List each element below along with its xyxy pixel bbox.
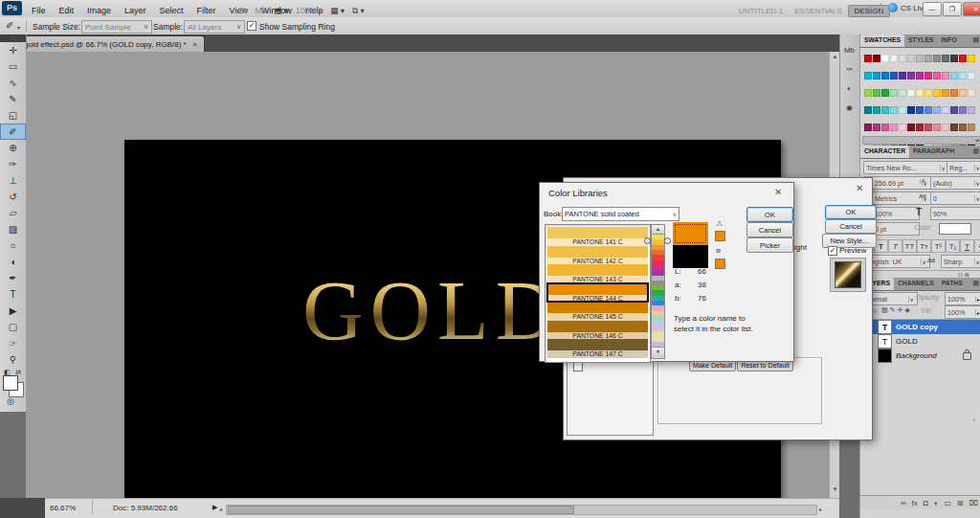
swatch-22[interactable]	[942, 72, 949, 79]
swatch-47[interactable]	[933, 106, 941, 114]
swatch-11[interactable]	[959, 55, 967, 62]
web-cube-icon[interactable]: ⧈	[716, 246, 721, 256]
tab-character[interactable]: CHARACTER	[860, 146, 909, 158]
add-layer-mask-icon[interactable]: ◘	[921, 499, 931, 507]
strikethrough-button[interactable]: T	[974, 239, 980, 253]
swatch-34[interactable]	[933, 89, 941, 97]
antialias-dropdown[interactable]: Sharp∨	[941, 255, 980, 268]
layer-style-close-icon[interactable]: ✕	[856, 183, 863, 193]
dodge-tool[interactable]: ◖	[0, 254, 26, 270]
pantone-item[interactable]: PANTONE 144 C	[547, 283, 648, 303]
cs-live-icon[interactable]	[888, 3, 898, 12]
blur-tool[interactable]: ○	[0, 237, 26, 254]
swatch-30[interactable]	[899, 89, 906, 97]
crop-tool[interactable]: ◱	[0, 107, 26, 124]
swatch-18[interactable]	[907, 72, 915, 79]
leading-dropdown[interactable]: (Auto)∨	[930, 176, 980, 190]
brush-tool[interactable]: ✑	[0, 156, 26, 172]
character-panel-footer-icons[interactable]: ⊡ ⊠	[958, 271, 969, 278]
language-dropdown[interactable]: English: UK∨	[863, 255, 930, 268]
swatch-17[interactable]	[899, 72, 906, 79]
quick-selection-tool[interactable]: ✎	[0, 91, 26, 107]
swatch-14[interactable]	[873, 72, 880, 79]
zoom-level-field[interactable]: 100% ▾	[292, 4, 326, 17]
book-dropdown[interactable]: PANTONE solid coated∨	[562, 207, 679, 221]
swatch-26[interactable]	[864, 89, 872, 97]
swatch-29[interactable]	[890, 89, 898, 97]
swatch-60[interactable]	[933, 124, 941, 131]
lasso-tool[interactable]: ∿	[0, 75, 26, 91]
swatch-44[interactable]	[907, 106, 915, 114]
swatch-10[interactable]	[950, 55, 958, 62]
swatch-6[interactable]	[916, 55, 924, 62]
rectangular-marquee-tool[interactable]: ▭	[0, 58, 26, 75]
clone-stamp-tool[interactable]: ⊥	[0, 172, 26, 189]
character-panel-menu-icon[interactable]: ▤	[970, 146, 980, 158]
swatch-63[interactable]	[959, 124, 967, 131]
swatches-scrollbar[interactable]: ◂▸	[862, 136, 980, 145]
pantone-item[interactable]: PANTONE 142 C	[547, 246, 648, 265]
gradient-tool[interactable]: ▨	[0, 221, 26, 237]
spectrum-down-icon[interactable]: ▼	[652, 347, 664, 356]
menu-select[interactable]: Select	[153, 4, 190, 17]
rectangle-tool[interactable]: ▢	[0, 319, 26, 335]
swatch-25[interactable]	[968, 72, 975, 79]
opacity-field[interactable]: 100%▸	[945, 292, 980, 305]
close-button[interactable]: ✕	[963, 2, 980, 16]
status-expand-icon[interactable]: ▶	[212, 504, 217, 511]
sample-dropdown[interactable]: All Layers∨	[184, 20, 245, 34]
dialog-close-icon[interactable]: ✕	[774, 187, 782, 197]
menu-image[interactable]: Image	[80, 4, 118, 17]
text-color-swatch[interactable]	[939, 223, 971, 235]
layer-style-fx-icon[interactable]: fx	[909, 499, 921, 507]
layer-row[interactable]: Background	[860, 349, 980, 363]
swatch-57[interactable]	[907, 124, 915, 131]
tab-paths[interactable]: PATHS	[938, 278, 967, 290]
spectrum-slider[interactable]: ▲ ▼	[651, 224, 665, 359]
hand-tool[interactable]: ☞	[0, 335, 26, 351]
cancel-button[interactable]: Cancel	[746, 222, 793, 237]
swatch-64[interactable]	[968, 124, 975, 131]
small-caps-button[interactable]: Tᴛ	[917, 239, 931, 253]
gamut-color-chip[interactable]	[715, 231, 725, 241]
spectrum-handle-left[interactable]	[644, 237, 651, 244]
link-layers-icon[interactable]: ∞	[898, 499, 909, 507]
font-family-dropdown[interactable]: Times New Ro...∨	[863, 161, 949, 174]
spectrum-up-icon[interactable]: ▲	[652, 225, 664, 235]
adjustment-layer-icon[interactable]: ◐	[931, 499, 942, 507]
swatch-7[interactable]	[924, 55, 932, 62]
mini-bridge-icon[interactable]: Mb	[252, 4, 271, 17]
path-selection-tool[interactable]: ▶	[0, 303, 26, 319]
swatch-52[interactable]	[864, 124, 872, 131]
minimize-button[interactable]: —	[923, 2, 942, 16]
swatch-9[interactable]	[942, 55, 949, 62]
swatch-49[interactable]	[950, 106, 958, 114]
swatch-40[interactable]	[873, 106, 880, 114]
superscript-button[interactable]: T¹	[931, 239, 946, 253]
swatch-51[interactable]	[968, 106, 975, 114]
tracking-dropdown[interactable]: 0∨	[930, 191, 980, 205]
pantone-item[interactable]: PANTONE 141 C	[547, 227, 648, 246]
zoom-tool[interactable]: ⚲	[0, 351, 26, 368]
hscroll-left-icon[interactable]: ◂	[219, 506, 222, 512]
workspace-essentials[interactable]: ESSENTIALS	[789, 5, 847, 17]
swatch-42[interactable]	[890, 106, 898, 114]
swatch-39[interactable]	[864, 106, 872, 114]
adjustments-panel-icon[interactable]: ◐	[839, 79, 859, 98]
brush-presets-panel-icon[interactable]: ✑	[839, 59, 859, 79]
layer-style-cancel-button[interactable]: Cancel	[825, 219, 877, 234]
history-brush-tool[interactable]: ↺	[0, 189, 26, 205]
pantone-color-list[interactable]: PANTONE 141 CPANTONE 142 CPANTONE 143 CP…	[545, 224, 651, 363]
swatch-58[interactable]	[916, 124, 924, 131]
hscroll-right-icon[interactable]: ▸	[819, 506, 822, 512]
all-caps-button[interactable]: TT	[902, 239, 917, 253]
spectrum-handle-right[interactable]	[664, 237, 671, 244]
view-extras-icon[interactable]: ⬒ ▾	[270, 4, 292, 17]
panel-scroll-down-icon[interactable]: ˅	[972, 417, 976, 423]
swatch-15[interactable]	[881, 72, 889, 79]
lock-all-icon[interactable]: ◈	[904, 306, 909, 314]
lock-position-icon[interactable]: ✛	[898, 306, 903, 314]
swatch-62[interactable]	[950, 124, 958, 131]
workspace-overflow-icon[interactable]: »	[863, 0, 879, 12]
pantone-item[interactable]: PANTONE 146 C	[547, 321, 648, 340]
